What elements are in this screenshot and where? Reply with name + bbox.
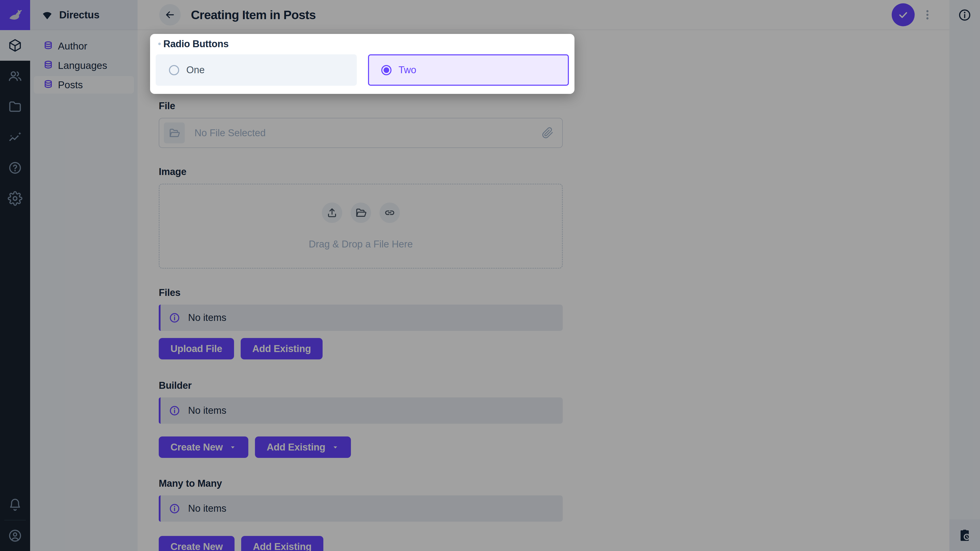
radio-unchecked-icon: [169, 65, 179, 75]
radio-buttons-field-card: Radio Buttons One Two: [150, 34, 574, 94]
radio-checked-icon: [381, 65, 391, 75]
radio-option-one[interactable]: One: [156, 54, 357, 86]
field-label-row: Radio Buttons: [158, 38, 569, 50]
radio-option-label: Two: [399, 65, 417, 76]
radio-options: One Two: [156, 54, 569, 86]
field-label: Radio Buttons: [163, 38, 229, 49]
radio-option-label: One: [186, 65, 205, 76]
radio-option-two[interactable]: Two: [368, 54, 569, 86]
directus-app: Directus Author Languages: [0, 0, 980, 551]
edited-indicator-dot: [158, 43, 161, 45]
